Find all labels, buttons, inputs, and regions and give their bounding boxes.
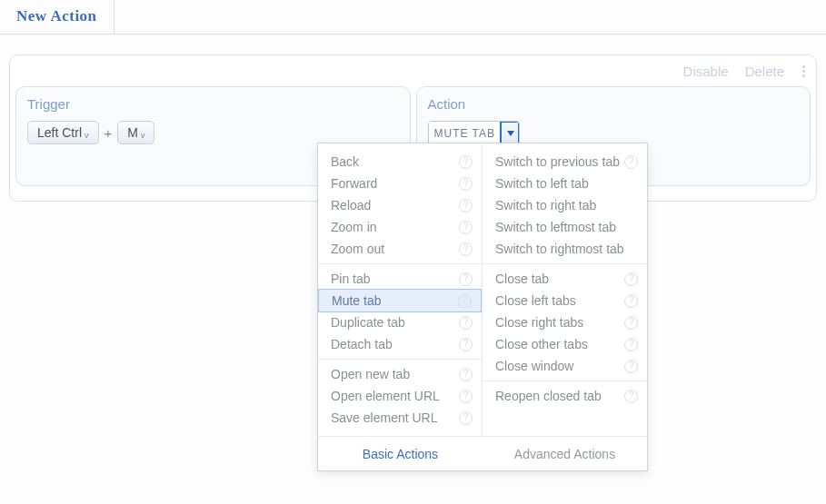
popup-item-label: Close tab [495,272,549,286]
help-icon[interactable]: ? [459,368,473,381]
help-icon[interactable]: ? [459,390,473,403]
popup-item-label: Switch to rightmost tab [495,242,624,256]
popup-tab-advanced[interactable]: Advanced Actions [483,437,647,470]
chevron-down-icon [507,131,514,136]
popup-item[interactable]: Close right tabs? [483,311,647,333]
popup-item[interactable]: Duplicate tab? [318,311,482,333]
popup-column-right: Switch to previous tab?Switch to left ta… [483,143,647,436]
popup-item[interactable]: Close tab? [483,268,647,290]
popup-item[interactable]: Switch to right tab? [483,194,647,216]
popup-columns: Back?Forward?Reload?Zoom in?Zoom out?Pin… [318,143,647,436]
popup-item-label: Switch to leftmost tab [495,220,616,234]
help-icon[interactable]: ? [459,199,473,212]
popup-item-label: Close window [495,359,573,373]
trigger-title: Trigger [27,96,399,112]
popup-item[interactable]: Switch to leftmost tab? [483,216,647,238]
popup-item-label: Open element URL [331,389,440,403]
popup-item[interactable]: Reopen closed tab? [483,385,647,407]
help-icon[interactable]: ? [458,294,472,308]
help-icon[interactable]: ? [459,272,473,286]
popup-item[interactable]: Detach tab? [318,333,482,355]
popup-item[interactable]: Pin tab? [318,268,482,290]
delete-button[interactable]: Delete [745,64,784,79]
trigger-key-1[interactable]: M v [117,121,154,144]
help-icon[interactable]: ? [459,411,473,425]
help-icon[interactable]: ? [624,155,638,169]
popup-item-label: Zoom in [331,220,377,234]
popup-item[interactable]: Open new tab? [318,363,482,385]
popup-item[interactable]: Zoom in? [318,216,482,238]
popup-tab-advanced-label: Advanced Actions [514,447,615,461]
popup-item-label: Pin tab [331,272,371,286]
trigger-keys: Left Ctrl v + M v [27,121,399,144]
help-icon[interactable]: ? [624,360,638,373]
popup-item-label: Close other tabs [495,337,588,351]
popup-item-label: Mute tab [332,293,381,308]
popup-item[interactable]: Switch to left tab? [483,173,647,194]
key-joiner: + [104,125,113,141]
popup-item[interactable]: Zoom out? [318,238,482,260]
tab-title: New Action [16,7,97,25]
popup-item-label: Close left tabs [495,293,576,308]
help-icon[interactable]: ? [459,177,473,191]
trigger-key-1-label: M [127,125,138,140]
help-icon[interactable]: ? [624,316,638,330]
popup-item-label: Zoom out [331,242,384,256]
popup-item[interactable]: Close other tabs? [483,333,647,355]
popup-item[interactable]: Reload? [318,194,482,216]
popup-item-label: Duplicate tab [331,315,405,330]
popup-item-label: Back [331,154,359,169]
help-icon[interactable]: ? [624,390,638,403]
tab-new-action[interactable]: New Action [0,0,114,34]
more-menu-icon[interactable] [801,62,807,81]
editor-header: Disable Delete [10,55,816,86]
popup-tab-basic[interactable]: Basic Actions [318,437,483,470]
popup-item[interactable]: Back? [318,151,482,173]
popup-item-label: Switch to left tab [495,176,589,191]
popup-item[interactable]: Forward? [318,173,482,194]
popup-item[interactable]: Open element URL? [318,385,482,407]
disable-button[interactable]: Disable [683,64,729,79]
popup-item-label: Detach tab [331,337,393,351]
help-icon[interactable]: ? [624,272,638,286]
popup-column-left: Back?Forward?Reload?Zoom in?Zoom out?Pin… [318,143,483,436]
popup-item-label: Forward [331,176,377,191]
action-title: Action [428,96,800,112]
chevron-down-icon: v [141,131,145,140]
help-icon[interactable]: ? [624,338,638,351]
popup-tab-basic-label: Basic Actions [363,447,438,461]
top-tab-bar: New Action [0,0,826,35]
chevron-down-icon: v [85,131,89,140]
trigger-key-0-label: Left Ctrl [37,125,82,140]
action-dropdown-popup: Back?Forward?Reload?Zoom in?Zoom out?Pin… [317,143,648,471]
popup-item-label: Reopen closed tab [495,389,602,403]
popup-item-label: Switch to previous tab [495,154,620,169]
help-icon[interactable]: ? [459,338,473,351]
trigger-key-0[interactable]: Left Ctrl v [27,121,99,144]
help-icon[interactable]: ? [459,221,473,234]
popup-tabs: Basic Actions Advanced Actions [318,436,647,470]
popup-item[interactable]: Close window? [483,355,647,377]
popup-item-label: Switch to right tab [495,198,596,212]
help-icon[interactable]: ? [459,155,473,169]
help-icon[interactable]: ? [459,242,473,256]
popup-item[interactable]: Save element URL? [318,407,482,429]
help-icon[interactable]: ? [459,316,473,330]
help-icon[interactable]: ? [624,294,638,308]
popup-item[interactable]: Close left tabs? [483,290,647,311]
popup-item-label: Reload [331,198,371,212]
popup-item-label: Close right tabs [495,315,583,330]
popup-item-label: Save element URL [331,410,438,425]
popup-item-label: Open new tab [331,367,410,381]
popup-item[interactable]: Switch to rightmost tab? [483,238,647,260]
popup-item[interactable]: Mute tab? [318,289,482,312]
popup-item[interactable]: Switch to previous tab? [483,151,647,173]
